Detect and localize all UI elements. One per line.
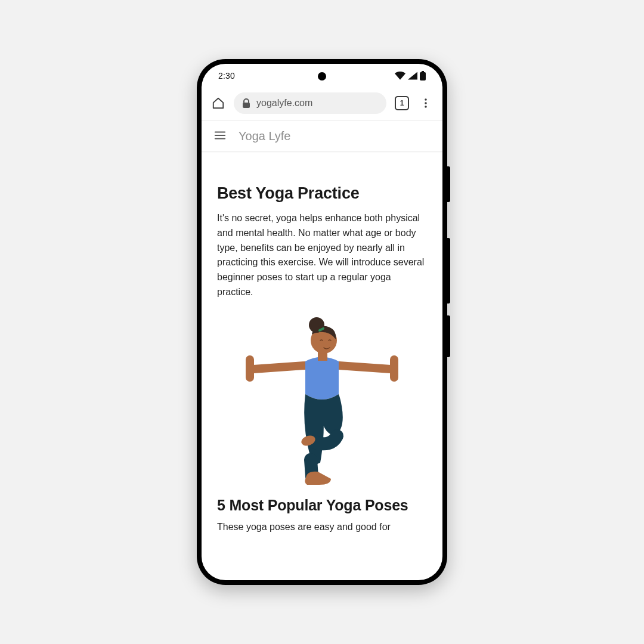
site-menu-button[interactable] <box>213 129 228 143</box>
tabs-count: 1 <box>400 99 404 107</box>
svg-point-4 <box>425 102 427 104</box>
tabs-icon: 1 <box>395 96 409 110</box>
address-bar[interactable]: yogalyfe.com <box>234 92 386 114</box>
status-icons <box>395 71 426 80</box>
svg-point-13 <box>312 339 317 344</box>
overflow-menu-button[interactable] <box>417 95 434 112</box>
site-header: Yoga Lyfe <box>202 120 442 152</box>
status-time: 2:30 <box>218 71 235 80</box>
tabs-button[interactable]: 1 <box>394 95 410 112</box>
home-icon <box>212 97 225 110</box>
hamburger-icon <box>213 129 227 142</box>
yoga-figure-icon <box>242 311 402 490</box>
svg-rect-2 <box>243 103 250 108</box>
svg-rect-1 <box>420 72 426 80</box>
status-bar: 2:30 <box>202 64 442 86</box>
svg-point-3 <box>425 98 427 101</box>
article-subtext: These yoga poses are easy and good for <box>217 520 427 535</box>
phone-screen: 2:30 <box>202 64 442 580</box>
article-heading: Best Yoga Practice <box>217 184 427 203</box>
site-title: Yoga Lyfe <box>239 129 291 143</box>
svg-point-5 <box>425 106 427 108</box>
lock-icon <box>242 98 250 108</box>
home-button[interactable] <box>210 95 227 112</box>
url-text: yogalyfe.com <box>256 98 312 109</box>
battery-icon <box>420 71 426 80</box>
more-vertical-icon <box>420 97 432 109</box>
article-subheading: 5 Most Popular Yoga Poses <box>217 497 427 514</box>
wifi-icon <box>395 72 405 80</box>
phone-volume-button <box>447 238 450 304</box>
phone-power-button <box>447 166 450 202</box>
phone-frame: 2:30 <box>197 59 447 585</box>
cellular-icon <box>408 72 417 80</box>
page-content[interactable]: Best Yoga Practice It's no secret, yoga … <box>202 152 442 540</box>
svg-rect-0 <box>422 71 424 72</box>
phone-volume-button <box>447 315 450 357</box>
article-intro: It's no secret, yoga helps enhance both … <box>217 211 427 300</box>
browser-toolbar: yogalyfe.com 1 <box>202 86 442 120</box>
article-illustration <box>217 305 427 493</box>
